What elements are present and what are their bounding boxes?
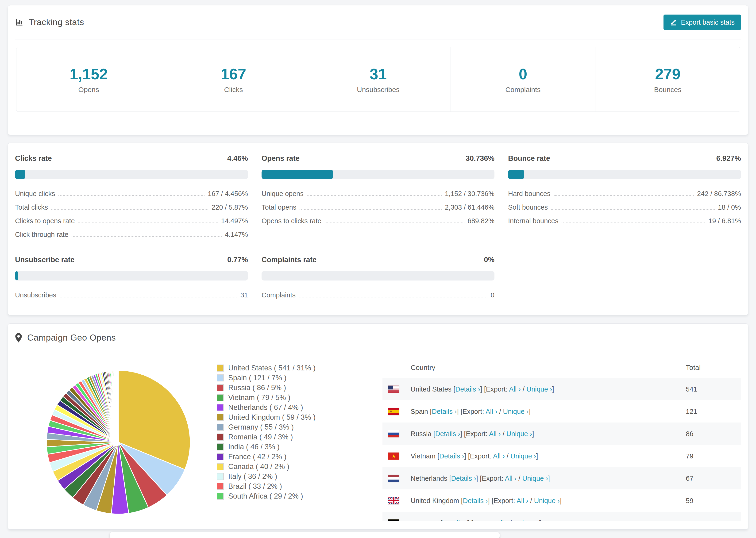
united-kingdom-flag-icon (388, 497, 399, 504)
legend-swatch (217, 443, 224, 451)
stat-value: 167 (221, 65, 246, 83)
legend-label: Vietnam ( 79 / 5% ) (228, 394, 291, 402)
country-name: Vietnam [ (411, 452, 439, 459)
total-column-header: Total (686, 364, 701, 372)
legend-item-united-states[interactable]: United States ( 541 / 31% ) (217, 364, 315, 372)
legend-swatch (217, 384, 224, 391)
stat-value: 1,152 (70, 65, 108, 83)
export-unique-link[interactable]: Unique › (511, 452, 536, 459)
legend-label: Italy ( 36 / 2% ) (228, 472, 277, 480)
rate-row-soft-bounces: Soft bounces 18 / 0% (508, 203, 741, 211)
rate-row-value: 14.497% (221, 217, 248, 225)
legend-item-canada[interactable]: Canada ( 40 / 2% ) (217, 463, 315, 470)
legend-item-russia[interactable]: Russia ( 86 / 5% ) (217, 384, 315, 392)
rate-row-label: Total clicks (15, 203, 48, 211)
geo-table-header: Country Total (382, 357, 741, 378)
legend-item-india[interactable]: India ( 46 / 3% ) (217, 443, 315, 451)
dotted-leader (551, 209, 715, 210)
progress-fill (508, 170, 524, 179)
stat-value: 279 (655, 65, 680, 83)
export-all-link[interactable]: All › (493, 452, 505, 459)
details-link[interactable]: Details › (455, 385, 480, 393)
clicks-rate-section: Clicks rate 4.46% Unique clicks 167 / 4.… (15, 154, 248, 244)
rate-row-label: Total opens (261, 203, 296, 211)
rate-row-label: Unique clicks (15, 190, 55, 198)
legend-label: United Kingdom ( 59 / 3% ) (228, 413, 315, 421)
rate-row-value: 220 / 5.87% (212, 203, 248, 211)
export-unique-link[interactable]: Unique › (526, 385, 552, 393)
progress-bar (508, 170, 741, 179)
legend-item-south-africa[interactable]: South Africa ( 29 / 2% ) (217, 492, 315, 500)
details-link[interactable]: Details › (439, 452, 464, 459)
details-link[interactable]: Details › (432, 407, 457, 415)
legend-item-netherlands[interactable]: Netherlands ( 67 / 4% ) (217, 404, 315, 411)
export-basic-stats-button[interactable]: Export basic stats (664, 15, 741, 30)
legend-item-brazil[interactable]: Brazil ( 33 / 2% ) (217, 482, 315, 490)
legend-item-spain[interactable]: Spain ( 121 / 7% ) (217, 374, 315, 382)
progress-fill (15, 170, 26, 179)
rate-row-value: 31 (241, 291, 248, 299)
russia-flag-icon (388, 430, 399, 437)
details-link[interactable]: Details › (435, 430, 460, 437)
tracking-stats-card: Tracking stats Export basic stats 1,152O… (8, 5, 748, 135)
rate-row-clicks-to-opens-rate: Clicks to opens rate 14.497% (15, 217, 248, 225)
export-all-link[interactable]: All › (516, 497, 528, 504)
rate-row-click-through-rate: Click through rate 4.147% (15, 231, 248, 239)
total-cell: 79 (686, 452, 693, 460)
progress-bar (261, 271, 495, 281)
geo-pie-legend: United States ( 541 / 31% )Spain ( 121 /… (217, 364, 315, 500)
export-all-link[interactable]: All › (489, 430, 501, 437)
legend-item-italy[interactable]: Italy ( 36 / 2% ) (217, 472, 315, 480)
legend-label: Netherlands ( 67 / 4% ) (228, 404, 303, 411)
export-all-link[interactable]: All › (509, 385, 521, 393)
stat-label: Opens (79, 86, 99, 94)
tracking-stats-title-text: Tracking stats (28, 17, 84, 27)
rates-grid: Clicks rate 4.46% Unique clicks 167 / 4.… (15, 154, 741, 305)
export-unique-link[interactable]: Unique › (507, 430, 532, 437)
rate-row-value: 167 / 4.456% (208, 190, 248, 198)
legend-item-united-kingdom[interactable]: United Kingdom ( 59 / 3% ) (217, 413, 315, 421)
rate-title: Complaints rate (261, 256, 316, 264)
rate-row-label: Complaints (261, 291, 296, 299)
dotted-leader (299, 209, 441, 210)
export-all-link[interactable]: All › (505, 474, 516, 482)
country-name: United States [ (411, 385, 455, 393)
dotted-leader (299, 297, 487, 297)
rate-row-value: 1,152 / 30.736% (445, 190, 495, 198)
geo-title-text: Campaign Geo Opens (27, 333, 116, 343)
country-name: Russia [ (411, 430, 435, 437)
rate-row-value: 4.147% (225, 231, 248, 239)
legend-swatch (217, 453, 224, 460)
country-cell: United States [Details ›] [Export: All ›… (411, 385, 554, 393)
stat-bounces: 279Bounces (595, 47, 740, 112)
united-states-flag-icon (388, 385, 399, 393)
export-unique-link[interactable]: Unique › (522, 474, 548, 482)
geo-header-divider (15, 352, 741, 352)
legend-item-france[interactable]: France ( 42 / 2% ) (217, 453, 315, 460)
legend-swatch (217, 374, 224, 381)
details-link[interactable]: Details › (451, 474, 476, 482)
next-section-peek (110, 532, 500, 538)
legend-item-germany[interactable]: Germany ( 55 / 3% ) (217, 423, 315, 431)
export-unique-link[interactable]: Unique › (534, 497, 560, 504)
rate-value: 4.46% (227, 154, 248, 163)
tracking-stats-header: Tracking stats Export basic stats (15, 5, 741, 39)
legend-item-romania[interactable]: Romania ( 49 / 3% ) (217, 433, 315, 441)
legend-label: Canada ( 40 / 2% ) (228, 463, 289, 470)
export-unique-link[interactable]: Unique › (503, 407, 529, 415)
rate-row-label: Opens to clicks rate (261, 217, 321, 225)
rate-value: 6.927% (716, 154, 741, 163)
progress-bar (15, 170, 248, 179)
stat-clicks: 167Clicks (161, 47, 306, 112)
details-link[interactable]: Details › (463, 497, 488, 504)
dotted-leader (562, 223, 705, 223)
geo-header: Campaign Geo Opens (15, 324, 741, 352)
pie-slice-other[interactable] (118, 370, 118, 442)
stats-summary-row: 1,152Opens167Clicks31Unsubscribes0Compla… (16, 47, 740, 112)
legend-swatch (217, 364, 224, 372)
legend-item-vietnam[interactable]: Vietnam ( 79 / 5% ) (217, 394, 315, 402)
legend-label: Russia ( 86 / 5% ) (228, 384, 286, 392)
legend-swatch (217, 493, 224, 500)
export-all-link[interactable]: All › (486, 407, 497, 415)
table-bottom-scroll-area (8, 521, 748, 529)
